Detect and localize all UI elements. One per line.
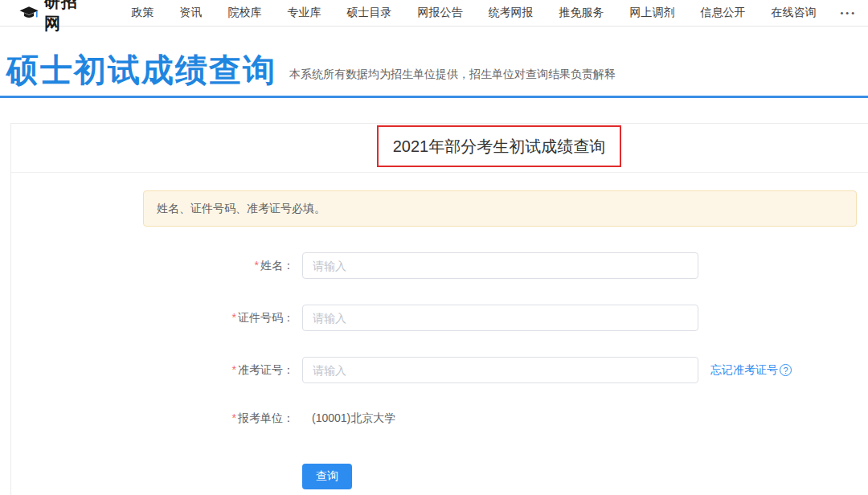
name-input[interactable] bbox=[302, 252, 698, 279]
nav-item-news[interactable]: 资讯 bbox=[166, 6, 215, 20]
form-row-submit: 查询 bbox=[11, 463, 352, 489]
name-label: *姓名： bbox=[11, 259, 294, 273]
nav-item-major-library[interactable]: 专业库 bbox=[274, 6, 334, 20]
id-number-input[interactable] bbox=[302, 305, 698, 331]
nav-item-exemption-service[interactable]: 推免服务 bbox=[546, 6, 616, 20]
required-asterisk: * bbox=[232, 411, 236, 424]
nav-item-college-library[interactable]: 院校库 bbox=[215, 6, 274, 20]
target-university-value: (10001)北京大学 bbox=[302, 411, 395, 426]
form-row-name: *姓名： bbox=[11, 252, 698, 279]
score-query-card: 2021年部分考生初试成绩查询 姓名、证件号码、准考证号必填。 *姓名： *证件… bbox=[10, 123, 868, 495]
nav-item-online-consult[interactable]: 在线咨询 bbox=[758, 6, 829, 20]
required-fields-alert: 姓名、证件号码、准考证号必填。 bbox=[143, 190, 857, 227]
form-row-id-number: *证件号码： bbox=[11, 305, 698, 331]
nav-more-icon[interactable]: ••• bbox=[829, 8, 868, 18]
site-logo-text: 研招网 bbox=[44, 0, 91, 35]
form-row-target-university: *报考单位： (10001)北京大学 bbox=[11, 405, 395, 432]
card-title: 2021年部分考生初试成绩查询 bbox=[393, 136, 606, 158]
page-header: 硕士初试成绩查询 本系统所有数据均为招生单位提供，招生单位对查询结果负责解释 bbox=[0, 27, 868, 96]
card-title-highlight-box: 2021年部分考生初试成绩查询 bbox=[377, 125, 621, 167]
required-asterisk: * bbox=[232, 363, 236, 376]
site-logo[interactable]: 研招网 bbox=[19, 0, 91, 35]
nav-item-policy[interactable]: 政策 bbox=[118, 6, 166, 20]
target-university-label: *报考单位： bbox=[11, 411, 294, 426]
blue-divider-rule bbox=[0, 96, 868, 98]
admission-ticket-input[interactable] bbox=[302, 357, 698, 383]
card-title-divider bbox=[11, 172, 868, 173]
required-asterisk: * bbox=[255, 259, 259, 272]
graduation-cap-icon bbox=[19, 6, 39, 21]
page-subtitle: 本系统所有数据均为招生单位提供，招生单位对查询结果负责解释 bbox=[289, 68, 616, 86]
form-row-admission-ticket: *准考证号： 忘记准考证号? bbox=[11, 357, 792, 383]
nav-item-online-adjustment[interactable]: 网上调剂 bbox=[616, 6, 687, 20]
admission-ticket-label: *准考证号： bbox=[11, 363, 294, 378]
top-navigation-bar: 研招网 政策 资讯 院校库 专业库 硕士目录 网报公告 统考网报 推免服务 网上… bbox=[0, 0, 868, 27]
nav-item-unified-exam-report[interactable]: 统考网报 bbox=[475, 6, 546, 20]
nav-item-master-catalog[interactable]: 硕士目录 bbox=[334, 6, 404, 20]
id-number-label: *证件号码： bbox=[11, 311, 294, 325]
nav-menu: 政策 资讯 院校库 专业库 硕士目录 网报公告 统考网报 推免服务 网上调剂 信… bbox=[118, 6, 868, 20]
page-title: 硕士初试成绩查询 bbox=[6, 54, 276, 86]
nav-item-info-disclosure[interactable]: 信息公开 bbox=[687, 6, 758, 20]
help-question-icon[interactable]: ? bbox=[780, 364, 792, 376]
required-asterisk: * bbox=[232, 311, 236, 324]
forgot-ticket-link[interactable]: 忘记准考证号? bbox=[710, 363, 792, 378]
query-submit-button[interactable]: 查询 bbox=[302, 464, 352, 489]
nav-item-online-report-notice[interactable]: 网报公告 bbox=[404, 6, 475, 20]
